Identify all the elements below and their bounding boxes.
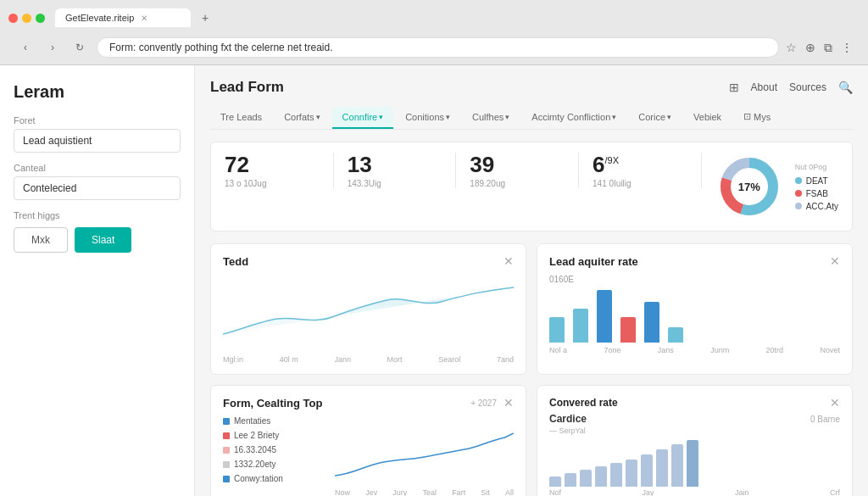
legend-label-deat: DEAT (806, 176, 828, 186)
lead-acquiter-close[interactable]: ✕ (830, 254, 840, 268)
chevron-down-icon: ▾ (316, 113, 320, 121)
form-group: Foret (14, 115, 181, 153)
cancel-label: Canteal (14, 163, 181, 173)
stat-item-1: 72 13 o 10Jug (225, 153, 334, 188)
form-chart-card: Form, Cealting Top + 2027 ✕ Mentaties (210, 385, 526, 496)
donut-sub-label: Nut 0Pog (795, 163, 838, 171)
bar-20trd (644, 302, 659, 343)
forward-button[interactable]: › (42, 37, 63, 58)
submit-button[interactable]: Slaat (75, 227, 131, 253)
legend-icon-mentaties (223, 418, 230, 425)
tab-tre-leads[interactable]: Tre Leads (210, 107, 272, 129)
stats-row: 72 13 o 10Jug 13 143.3Uig 39 189.20ug 6/… (210, 142, 853, 231)
back-button[interactable]: ‹ (15, 37, 36, 58)
form-input[interactable] (14, 129, 181, 153)
conv-bar-6 (626, 460, 637, 487)
chevron-down-icon: ▾ (667, 113, 671, 121)
form-chart-close[interactable]: ✕ (504, 396, 514, 410)
btn-row: Mxk Slaat (14, 227, 181, 253)
donut-chart: 17% (715, 153, 783, 220)
legend-icon-lee2 (223, 432, 230, 439)
form-chart-header: Form, Cealting Top + 2027 ✕ (223, 396, 514, 410)
legend-dot-deat (795, 177, 802, 184)
tab-corfats[interactable]: Corfats ▾ (274, 107, 330, 129)
legend-lee2: Lee 2 Briety (234, 431, 279, 440)
legend-1332: 1332.20ety (234, 460, 276, 469)
conv-bar-3 (580, 470, 592, 487)
trend-chart-card: Tedd ✕ Mgl:in 40l m Jann (210, 243, 526, 375)
search-icon[interactable]: 🔍 (838, 81, 853, 94)
dot-yellow[interactable] (22, 14, 31, 23)
charts-grid: Tedd ✕ Mgl:in 40l m Jann (210, 243, 853, 496)
conv-bar-5 (610, 463, 622, 487)
stat-value-2: 13 (348, 153, 442, 177)
about-button[interactable]: About (751, 81, 777, 93)
legend-16: 16.33.2045 (234, 445, 276, 454)
form-chart-legend: Mentaties Lee 2 Briety 16.33.2045 1 (223, 416, 325, 496)
browser-chrome: GetElevate.riteip ✕ + ‹ › ↻ Form: conven… (0, 0, 868, 65)
grid-icon[interactable]: ⊞ (729, 81, 739, 94)
legend-dot-fsab (795, 190, 802, 197)
bar-junm (620, 317, 636, 343)
legend-icon-1332 (223, 461, 230, 468)
refresh-button[interactable]: ↻ (70, 37, 90, 58)
bar-jans (597, 290, 612, 343)
cast-icon[interactable]: ⊕ (805, 41, 815, 55)
tab-corice[interactable]: Corice ▾ (628, 107, 682, 129)
bar-chart (549, 289, 840, 344)
form-label: Foret (14, 115, 181, 125)
extension-icon[interactable]: ⧉ (824, 41, 832, 55)
trend-chart-close[interactable]: ✕ (504, 254, 514, 268)
new-tab-button[interactable]: + (194, 7, 216, 29)
stat-item-3: 39 189.20ug (456, 153, 579, 188)
cancel-button[interactable]: Mxk (14, 227, 68, 253)
tab-connfire[interactable]: Connfire ▾ (332, 107, 394, 129)
legend-item-fsab: FSAB (795, 189, 838, 198)
tab-mys[interactable]: ⊡Mys (733, 106, 781, 129)
tab-title: GetElevate.riteip (65, 13, 134, 23)
cancel-input[interactable] (14, 176, 181, 200)
tab-vebiek[interactable]: Vebiek (683, 107, 732, 129)
menu-icon[interactable]: ⋮ (841, 41, 853, 55)
donut-center-label: 17% (738, 181, 760, 193)
dot-green[interactable] (36, 14, 45, 23)
browser-tab[interactable]: GetElevate.riteip ✕ (55, 8, 191, 27)
app: Leram Foret Canteal Trent higgs Mxk Slaa… (0, 65, 868, 496)
converted-rate-card: Convered rate ✕ Cardice 0 Barne — SerpYa… (537, 385, 853, 496)
stat-value-3: 39 (470, 153, 565, 177)
lead-acquiter-x-labels: Nol a 7one Jans Junm 20trd Novet (549, 346, 840, 354)
grid-small-icon: ⊡ (743, 111, 751, 122)
legend-label-acc: ACC.Aty (806, 202, 838, 211)
converted-x-labels: Nof Jay Jain Crf (549, 488, 840, 496)
conv-bar-8 (656, 449, 668, 487)
form-chart-x-labels: Now Jev Jury Teal Fart Sit All (335, 488, 514, 496)
chevron-down-icon: ▾ (612, 113, 616, 121)
converted-name: Cardice (549, 413, 587, 425)
browser-nav: ‹ › ↻ Form: convently pothing fxt the ce… (8, 34, 860, 64)
sources-button[interactable]: Sources (789, 81, 826, 93)
trend-chart-svg (223, 275, 514, 351)
tab-close-icon[interactable]: ✕ (141, 14, 147, 23)
legend-item-deat: DEAT (795, 176, 838, 186)
legend-label-fsab: FSAB (806, 189, 828, 198)
stat-item-2: 13 143.3Uig (334, 153, 457, 188)
conv-bar-9 (671, 444, 683, 487)
address-bar[interactable]: Form: convently pothing fxt the celerne … (97, 37, 779, 58)
dot-red[interactable] (8, 14, 18, 23)
tab-accimty[interactable]: Accimty Confliction ▾ (521, 107, 626, 129)
tab-culfhes[interactable]: Culfhes ▾ (462, 107, 520, 129)
stat-item-4: 6/9X 141 0Iuilig (579, 153, 702, 188)
legend-conwy: Conwy:tation (234, 474, 283, 483)
main-header: Lead Form ⊞ About Sources 🔍 (210, 79, 853, 96)
page-title: Lead Form (210, 79, 284, 96)
legend-icon-conwy (223, 476, 230, 482)
converted-rate-close[interactable]: ✕ (830, 396, 840, 410)
legend-item-acc: ACC.Aty (795, 202, 838, 211)
bar-novet (668, 327, 683, 343)
conv-bar-10 (687, 440, 698, 487)
conv-bar-2 (565, 473, 576, 487)
cancel-group: Canteal (14, 163, 181, 200)
stat-sub-3: 189.20ug (470, 179, 565, 188)
tab-conitions[interactable]: Conitions ▾ (395, 107, 460, 129)
star-icon[interactable]: ☆ (786, 41, 797, 55)
